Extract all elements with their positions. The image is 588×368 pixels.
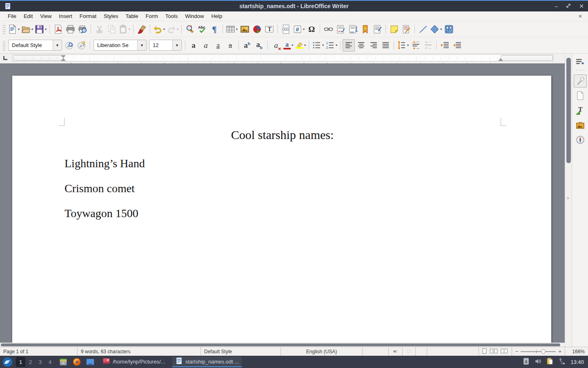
- sidebar-collapse-handle[interactable]: ▶: [565, 192, 572, 204]
- overwrite-mode-icon[interactable]: [389, 347, 403, 356]
- undo-button[interactable]: ▾: [152, 23, 166, 35]
- removable-drive-icon[interactable]: [522, 357, 530, 366]
- insert-hyperlink-button[interactable]: [322, 23, 334, 35]
- font-name-dropdown[interactable]: ▼: [137, 40, 146, 50]
- document-area[interactable]: Cool starship names: Lightning’s HandCri…: [0, 63, 565, 343]
- font-color-button[interactable]: a▾: [282, 39, 294, 52]
- sidebar-settings[interactable]: [574, 57, 587, 67]
- left-indent-marker[interactable]: [61, 58, 66, 61]
- insert-special-character-button[interactable]: Ω: [305, 23, 318, 35]
- decrease-paragraph-spacing-button[interactable]: [422, 39, 434, 52]
- dropdown-arrow[interactable]: ▾: [129, 27, 130, 31]
- network-offline-icon[interactable]: [558, 357, 566, 366]
- clone-formatting-button[interactable]: [136, 23, 148, 35]
- dropdown-arrow[interactable]: ▾: [163, 27, 165, 31]
- font-size-combo[interactable]: 12 ▼: [149, 40, 182, 51]
- dropdown-arrow[interactable]: ▾: [304, 43, 306, 47]
- clear-formatting-button[interactable]: a✕: [270, 39, 282, 52]
- font-size-value[interactable]: 12: [149, 42, 172, 48]
- export-pdf-button[interactable]: [52, 23, 64, 35]
- insert-image-button[interactable]: [238, 23, 251, 35]
- document-paragraph[interactable]: Crismon comet: [65, 182, 500, 195]
- justify-button[interactable]: [379, 39, 392, 52]
- sidebar-deck-properties[interactable]: [574, 74, 587, 88]
- align-left-button[interactable]: [343, 39, 355, 52]
- paragraph-style-value[interactable]: Default Style: [9, 42, 53, 48]
- document-paragraph[interactable]: Toywagon 1500: [65, 206, 500, 220]
- workspace-1[interactable]: 1: [16, 357, 25, 367]
- restore-button[interactable]: [566, 3, 571, 9]
- clipboard-manager-icon[interactable]: [546, 357, 554, 366]
- taskbar-window-button[interactable]: /home/lynp/Pictures/...: [100, 357, 168, 367]
- sidebar-deck-gallery[interactable]: [574, 119, 587, 132]
- highlight-color-button[interactable]: ▾: [294, 39, 307, 52]
- show-draw-functions-button[interactable]: [443, 23, 455, 35]
- copy-button[interactable]: [105, 23, 118, 35]
- insert-endnote-button[interactable]: [347, 23, 359, 35]
- tab-stop-selector[interactable]: [3, 56, 7, 60]
- dropdown-arrow[interactable]: ▾: [292, 43, 293, 47]
- align-center-button[interactable]: [355, 39, 367, 52]
- taskbar-window-button[interactable]: startship_names.odt ...: [172, 357, 242, 367]
- menu-insert[interactable]: Insert: [55, 12, 76, 20]
- horizontal-scrollbar-thumb[interactable]: [1, 343, 560, 346]
- dropdown-arrow[interactable]: ▾: [322, 43, 324, 47]
- paragraph-style-dropdown[interactable]: ▼: [53, 40, 62, 50]
- first-line-indent-marker[interactable]: [61, 55, 66, 58]
- status-page-count[interactable]: Page 1 of 1: [0, 347, 78, 356]
- view-multiple-pages-button[interactable]: [488, 348, 499, 355]
- menu-table[interactable]: Table: [122, 12, 142, 20]
- font-name-value[interactable]: Liberation Se: [94, 42, 137, 48]
- document-heading[interactable]: Cool starship names:: [65, 128, 500, 142]
- redo-button[interactable]: ▾: [166, 23, 179, 35]
- dropdown-arrow[interactable]: ▾: [407, 43, 409, 47]
- insert-cross-reference-button[interactable]: [371, 23, 383, 35]
- zoom-slider-track[interactable]: [521, 351, 556, 352]
- unordered-list-button[interactable]: ▾: [311, 39, 325, 52]
- decrease-indent-button[interactable]: [451, 39, 463, 52]
- insert-field-button[interactable]: #▾: [292, 23, 305, 35]
- zoom-level[interactable]: 166%: [565, 347, 588, 356]
- dropdown-arrow[interactable]: ▾: [336, 43, 337, 47]
- menu-file[interactable]: File: [4, 12, 20, 20]
- zoom-slider-handle[interactable]: [541, 349, 546, 354]
- firefox-icon[interactable]: [72, 357, 82, 367]
- status-language[interactable]: English (USA): [281, 347, 363, 356]
- italic-button[interactable]: a: [200, 39, 212, 52]
- print-button[interactable]: [64, 23, 76, 35]
- toolbar-grip[interactable]: [2, 24, 6, 34]
- insert-text-box-button[interactable]: T: [263, 23, 275, 35]
- workspace-3[interactable]: 3: [36, 357, 45, 367]
- vertical-scrollbar-thumb[interactable]: [566, 58, 571, 163]
- insert-line-button[interactable]: [417, 23, 429, 35]
- workspace-2[interactable]: 2: [26, 357, 35, 367]
- vertical-scrollbar[interactable]: ▶: [565, 54, 572, 347]
- toolbar-grip[interactable]: [2, 40, 6, 51]
- open-button[interactable]: ▾: [20, 23, 34, 35]
- close-button[interactable]: ✕: [579, 3, 584, 9]
- font-name-combo[interactable]: Liberation Se ▼: [94, 40, 147, 51]
- dropdown-arrow[interactable]: ▾: [177, 27, 178, 31]
- increase-paragraph-spacing-button[interactable]: [410, 39, 422, 52]
- view-book-button[interactable]: [499, 348, 510, 355]
- dropdown-arrow[interactable]: ▾: [303, 27, 305, 31]
- right-indent-marker[interactable]: [498, 58, 503, 61]
- update-style-button[interactable]: [63, 39, 76, 52]
- dropdown-arrow[interactable]: ▾: [45, 27, 47, 31]
- titlebar[interactable]: startship_names.odt - LibreOffice Writer…: [0, 0, 588, 11]
- file-manager-icon[interactable]: [86, 357, 96, 367]
- document-paragraph[interactable]: Lightning’s Hand: [65, 157, 500, 171]
- document-close-icon[interactable]: ✕: [578, 13, 582, 19]
- dropdown-arrow[interactable]: ▾: [18, 27, 20, 31]
- menu-edit[interactable]: Edit: [20, 12, 36, 20]
- menu-window[interactable]: Window: [181, 12, 207, 20]
- insert-table-button[interactable]: ▾: [225, 23, 238, 35]
- menu-format[interactable]: Format: [76, 12, 100, 20]
- volume-icon[interactable]: [534, 357, 542, 366]
- formatting-marks-button[interactable]: ¶: [208, 23, 220, 35]
- menu-tools[interactable]: Tools: [162, 12, 181, 20]
- cut-button[interactable]: [93, 23, 105, 35]
- font-size-dropdown[interactable]: ▼: [172, 40, 181, 50]
- menu-help[interactable]: Help: [207, 12, 226, 20]
- new-style-button[interactable]: [76, 39, 88, 52]
